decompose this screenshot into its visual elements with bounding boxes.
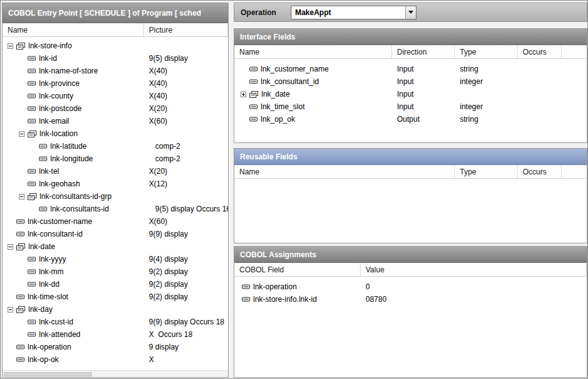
reusable-fields-column-header: Name Type Occurs <box>234 165 587 179</box>
picture-cell: 9 display <box>144 343 228 351</box>
direction-cell: Input <box>392 65 455 73</box>
tree-row-lnk-name-of-store[interactable]: lnk-name-of-storeX(40) <box>3 65 228 77</box>
tree-row-lnk-location[interactable]: lnk-location <box>3 127 228 140</box>
column-header-name[interactable]: Name <box>234 165 455 178</box>
column-header-occurs[interactable]: Occurs <box>518 45 562 58</box>
picture-cell: 9(2) display <box>144 292 228 301</box>
column-header-cobol-field[interactable]: COBOL Field <box>234 263 361 276</box>
column-header-name[interactable]: Name <box>3 23 144 36</box>
group-icon <box>16 43 25 50</box>
tree-row-lnk-yyyy[interactable]: lnk-yyyy9(4) display <box>3 253 228 265</box>
collapse-icon[interactable] <box>8 307 13 312</box>
tree-name-cell: lnk-cust-id <box>3 318 144 326</box>
cobol-field-label: lnk-operation <box>253 282 297 291</box>
tree-row-lnk-consultant-id[interactable]: lnk-consultant-id9(9) display <box>3 228 228 240</box>
tree-item-label: lnk-province <box>39 79 80 88</box>
tree-item-label: lnk-latitude <box>50 142 87 151</box>
scrollbar-thumb[interactable] <box>4 372 92 376</box>
interface-field-row-lnk_time_slot[interactable]: lnk_time_slotInputinteger <box>234 100 587 113</box>
tree-row-lnk-latitude[interactable]: lnk-latitudecomp-2 <box>3 140 228 152</box>
interface-field-row-lnk_op_ok[interactable]: lnk_op_okOutputstring <box>234 113 587 125</box>
tree-row-lnk-cust-id[interactable]: lnk-cust-id9(9) display Occurs 18 <box>3 316 228 328</box>
tree-row-lnk-consultants-id[interactable]: lnk-consultants-id9(5) display Occurs 16 <box>3 203 228 215</box>
interface-field-row-lnk_customer_name[interactable]: lnk_customer_nameInputstring <box>234 63 587 75</box>
field-name-label: lnk_consultant_id <box>261 77 319 86</box>
tree-row-lnk-time-slot[interactable]: lnk-time-slot9(2) display <box>3 291 228 303</box>
chevron-down-icon <box>408 11 413 14</box>
field-icon <box>28 181 36 186</box>
assignment-row-lnk-operation[interactable]: lnk-operation0 <box>234 280 587 293</box>
tree-row-lnk-consultants-id-grp[interactable]: lnk-consultants-id-grp <box>3 190 228 203</box>
column-header-direction[interactable]: Direction <box>392 45 455 58</box>
dropdown-button[interactable] <box>405 6 416 19</box>
tree-row-lnk-op-ok[interactable]: lnk-op-okX <box>3 353 228 366</box>
tree-item-label: lnk-consultant-id <box>28 230 82 238</box>
tree-name-cell: lnk-store-info <box>3 41 144 50</box>
column-header-type[interactable]: Type <box>455 165 518 178</box>
collapse-icon[interactable] <box>8 244 13 250</box>
direction-cell: Input <box>392 102 455 111</box>
tree-row-lnk-longitude[interactable]: lnk-longitudecomp-2 <box>3 152 228 165</box>
tree-row-lnk-geohash[interactable]: lnk-geohashX(12) <box>3 178 228 190</box>
column-header-value[interactable]: Value <box>361 263 587 276</box>
tree-row-lnk-day[interactable]: lnk-day <box>3 303 228 316</box>
operation-dropdown[interactable]: MakeAppt <box>291 6 416 19</box>
interface-field-row-lnk_consultant_id[interactable]: lnk_consultant_idInputinteger <box>234 75 587 88</box>
tree-row-lnk-tel[interactable]: lnk-telX(20) <box>3 165 228 178</box>
column-header-occurs[interactable]: Occurs <box>518 165 562 178</box>
interface-field-row-lnk_date[interactable]: lnk_dateInput <box>234 88 587 100</box>
collapse-icon[interactable] <box>19 131 24 137</box>
tree-name-cell: lnk-location <box>3 129 144 138</box>
entry-point-panel: COBOL Entry Point [ SCHEDULE ] of Progra… <box>2 3 229 378</box>
tree-item-label: lnk-consultants-id <box>50 205 109 213</box>
tree-name-cell: lnk-consultants-id-grp <box>3 192 144 201</box>
picture-cell: 9(2) display <box>144 280 228 289</box>
reusable-fields-header: Reusable Fields <box>234 149 587 165</box>
tree-name-cell: lnk-mm <box>3 267 144 276</box>
collapse-icon[interactable] <box>8 43 13 49</box>
tree-row-lnk-attended[interactable]: lnk-attendedX Occurs 18 <box>3 328 228 341</box>
tree-name-cell: lnk-latitude <box>3 142 144 151</box>
tree-row-lnk-id[interactable]: lnk-id9(5) display <box>3 52 228 65</box>
horizontal-scrollbar[interactable] <box>3 370 228 377</box>
tree-name-cell: lnk-attended <box>3 330 144 339</box>
column-header-type[interactable]: Type <box>455 45 518 58</box>
tree-name-cell: lnk-consultants-id <box>3 205 144 213</box>
picture-cell: X Occurs 18 <box>144 330 228 339</box>
collapse-icon[interactable] <box>19 194 24 200</box>
field-name-cell: lnk_consultant_id <box>234 77 392 86</box>
column-header-filler <box>562 45 587 58</box>
tree-item-label: lnk-day <box>28 305 53 314</box>
tree-row-lnk-province[interactable]: lnk-provinceX(40) <box>3 77 228 90</box>
tree-item-label: lnk-customer-name <box>28 217 92 226</box>
tree-row-lnk-date[interactable]: lnk-date <box>3 240 228 253</box>
tree-row-lnk-operation[interactable]: lnk-operation9 display <box>3 341 228 353</box>
tree-row-lnk-store-info[interactable]: lnk-store-info <box>3 40 228 52</box>
group-icon <box>16 306 25 313</box>
field-name-label: lnk_time_slot <box>261 102 305 111</box>
tree-name-cell: lnk-op-ok <box>3 355 144 364</box>
column-header-picture[interactable]: Picture <box>144 23 228 36</box>
picture-cell: 9(9) display <box>144 230 228 238</box>
picture-cell: comp-2 <box>144 154 228 163</box>
column-header-name[interactable]: Name <box>234 45 392 58</box>
tree-item-label: lnk-cust-id <box>39 318 74 326</box>
column-header-filler <box>562 165 587 178</box>
picture-cell: 9(5) display <box>144 54 228 63</box>
field-name-cell: lnk_customer_name <box>234 65 392 73</box>
tree-row-lnk-postcode[interactable]: lnk-postcodeX(20) <box>3 102 228 115</box>
tree-row-lnk-mm[interactable]: lnk-mm9(2) display <box>3 265 228 278</box>
tree-row-lnk-customer-name[interactable]: lnk-customer-nameX(60) <box>3 215 228 228</box>
type-cell: string <box>455 115 518 124</box>
field-icon <box>28 257 36 262</box>
expand-icon[interactable] <box>241 92 246 97</box>
picture-cell: X(40) <box>144 92 228 100</box>
tree-row-lnk-dd[interactable]: lnk-dd9(2) display <box>3 278 228 291</box>
tree-row-lnk-email[interactable]: lnk-emailX(60) <box>3 115 228 127</box>
tree-name-cell: lnk-province <box>3 79 144 88</box>
assignment-row-lnk-store-info.lnk-id[interactable]: lnk-store-info.lnk-id08780 <box>234 293 587 306</box>
cobol-mapper-window: COBOL Entry Point [ SCHEDULE ] of Progra… <box>0 0 588 379</box>
operation-dropdown-value: MakeAppt <box>291 6 405 19</box>
tree-row-lnk-county[interactable]: lnk-countyX(40) <box>3 90 228 102</box>
entry-point-title: COBOL Entry Point [ SCHEDULE ] of Progra… <box>8 9 201 18</box>
